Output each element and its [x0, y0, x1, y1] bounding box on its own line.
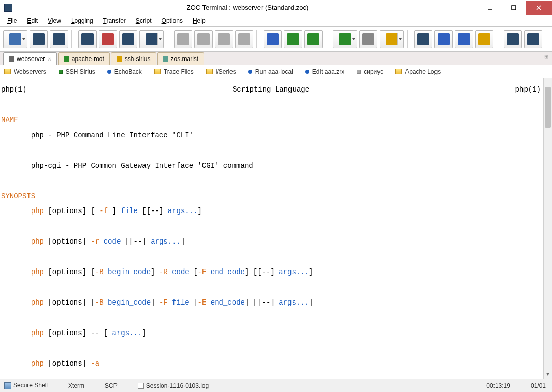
toolbar-options-button[interactable]: [455, 30, 473, 48]
toolbar-connect-button[interactable]: [30, 30, 48, 48]
menu-file[interactable]: File: [2, 16, 22, 25]
tab-label: apache-root: [72, 55, 104, 63]
toolbar-globe-button[interactable]: [434, 30, 453, 48]
folder-icon: [206, 69, 213, 74]
blue-dot-icon: [107, 70, 111, 74]
menu-view[interactable]: View: [43, 16, 66, 25]
tab-strip: webserver×apache-rootssh-siriuszos.maris…: [0, 52, 552, 65]
toolbar-stop-button[interactable]: [359, 30, 377, 48]
scroll-down-icon[interactable]: ▾: [544, 370, 552, 379]
toolbar-download-button[interactable]: [264, 30, 282, 48]
toolbar-clip2-button[interactable]: [235, 30, 253, 48]
tab-zos-marist[interactable]: zos.marist: [157, 52, 205, 65]
maximize-button[interactable]: [502, 1, 526, 15]
toolbar-tab-close-button[interactable]: [99, 30, 117, 48]
quickbar-label: i/Series: [216, 68, 236, 75]
close-button[interactable]: [526, 1, 552, 15]
grey-sq-icon: [357, 70, 361, 74]
toolbar-textupload-button[interactable]: [304, 30, 323, 48]
tab-status-icon: [64, 56, 69, 62]
tab-close-icon: [102, 33, 114, 45]
toolbar-paste-button[interactable]: [194, 30, 213, 48]
dropdown-icon[interactable]: [351, 33, 356, 45]
toolbar-tab-list-button[interactable]: [139, 30, 164, 48]
quickbar-ssh-sirius[interactable]: SSH Sirius: [59, 68, 95, 75]
quickbar-trace-files[interactable]: Trace Files: [154, 68, 194, 75]
toolbar-tool-a-button[interactable]: [504, 30, 522, 48]
minimize-button[interactable]: [479, 1, 502, 15]
toolbar: [0, 26, 552, 52]
toolbar-edit-button[interactable]: [380, 30, 404, 48]
menu-edit[interactable]: Edit: [22, 16, 43, 25]
man-header-center: Scripting Language: [26, 86, 515, 94]
name-line-2: php-cgi - PHP Common Gateway Interface '…: [1, 162, 551, 170]
tab-ssh-sirius[interactable]: ssh-sirius: [111, 52, 156, 65]
toolbar-tab-new-button[interactable]: [78, 30, 97, 48]
dropdown-icon[interactable]: [21, 33, 26, 45]
toolbar-folder-button[interactable]: [475, 30, 493, 48]
scroll-thumb[interactable]: [545, 87, 551, 128]
quickbar-edit-aaa-zrx[interactable]: Edit aaa.zrx: [305, 68, 344, 75]
log-checkbox[interactable]: [138, 383, 144, 389]
app-icon: [4, 4, 12, 12]
blue-dot-icon: [305, 70, 309, 74]
toolbar-tool-b-button[interactable]: [524, 30, 542, 48]
menu-options[interactable]: Options: [157, 16, 188, 25]
tool-b-icon: [527, 33, 539, 45]
copy-icon: [177, 33, 189, 45]
toolbar-disconnect-button[interactable]: [50, 30, 68, 48]
quickbar-label: Apache Logs: [405, 68, 441, 75]
toolbar-play-button[interactable]: [333, 30, 357, 48]
status-connection: Secure Shell: [4, 382, 48, 389]
quickbar-label: сириус: [364, 68, 383, 75]
quickbar-label: Edit aaa.zrx: [312, 68, 344, 75]
status-time: 00:13:19: [486, 382, 510, 389]
window-title: ZOC Terminal : webserver (Standard.zoc): [16, 4, 479, 11]
menu-logging[interactable]: Logging: [66, 16, 98, 25]
paste-icon: [197, 33, 210, 45]
hosts-icon: [9, 33, 21, 45]
stop-icon: [362, 33, 374, 45]
tool-a-icon: [507, 33, 519, 45]
toolbar-clip1-button[interactable]: [215, 30, 233, 48]
dropdown-icon[interactable]: [397, 33, 402, 45]
edit-icon: [386, 33, 398, 45]
terminal-view[interactable]: php(1)Scripting Languagephp(1) NAME php …: [0, 78, 552, 379]
quickbar-echoback[interactable]: EchoBack: [107, 68, 142, 75]
menu-transfer[interactable]: Transfer: [98, 16, 131, 25]
clip2-icon: [238, 33, 250, 45]
title-bar: ZOC Terminal : webserver (Standard.zoc): [0, 0, 552, 15]
upload-icon: [287, 33, 299, 45]
quickbar-label: EchoBack: [114, 68, 142, 75]
folder-icon: [154, 69, 161, 74]
quickbar-apache-logs[interactable]: Apache Logs: [395, 68, 441, 75]
quickbar-label: Trace Files: [164, 68, 194, 75]
toolbar-upload-button[interactable]: [284, 30, 302, 48]
toolbar-hosts-button[interactable]: [3, 30, 27, 48]
quickbar-i-series[interactable]: i/Series: [206, 68, 236, 75]
tab-close-icon[interactable]: ×: [48, 56, 51, 62]
toolbar-colors-button[interactable]: [414, 30, 432, 48]
quickbar-webservers[interactable]: Webservers: [4, 68, 46, 75]
window-controls: [479, 1, 552, 15]
status-term: Xterm: [68, 382, 84, 389]
tabs-overflow-icon[interactable]: ⊞: [544, 54, 549, 59]
folder-icon: [478, 33, 490, 45]
name-line-1: php - PHP Command Line Interface 'CLI': [1, 132, 551, 139]
folder-icon: [395, 69, 402, 74]
tab-label: ssh-sirius: [125, 55, 151, 63]
clip1-icon: [218, 33, 230, 45]
menu-script[interactable]: Script: [131, 16, 157, 25]
dropdown-icon[interactable]: [157, 33, 162, 45]
menu-help[interactable]: Help: [188, 16, 211, 25]
quickbar-run-aaa-local[interactable]: Run aaa-local: [248, 68, 293, 75]
toolbar-copy-button[interactable]: [174, 30, 192, 48]
terminal-scrollbar[interactable]: ▴ ▾: [543, 78, 552, 379]
quickbar-------[interactable]: сириус: [357, 68, 383, 75]
tab-webserver[interactable]: webserver×: [3, 52, 57, 65]
globe-icon: [438, 33, 450, 45]
status-proto: SCP: [105, 382, 118, 389]
toolbar-tab-dup-button[interactable]: [119, 30, 137, 48]
tab-status-icon: [9, 56, 14, 62]
tab-apache-root[interactable]: apache-root: [58, 52, 110, 65]
